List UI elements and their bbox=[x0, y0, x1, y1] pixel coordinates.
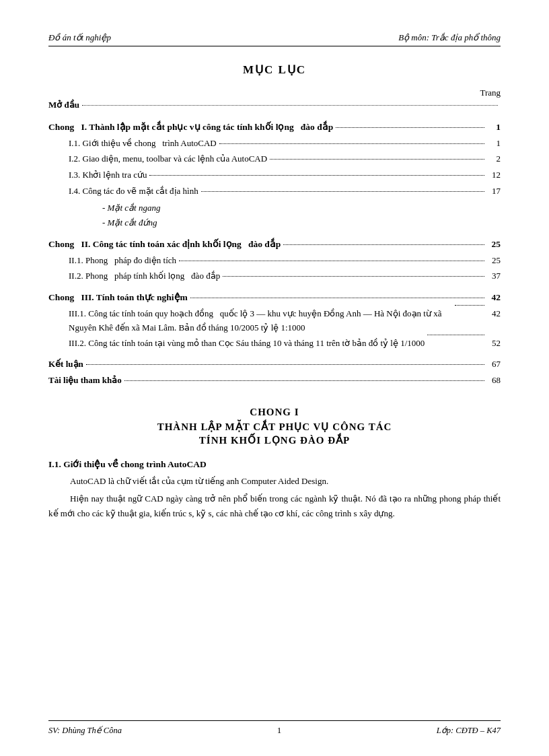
page-header: Đồ án tốt nghiệp Bộ môn: Trắc địa phổ th… bbox=[48, 32, 501, 46]
header-left: Đồ án tốt nghiệp bbox=[48, 32, 111, 43]
toc-item-i4: I.4. Công tác đo vẽ mặt cắt địa hình 17 bbox=[69, 184, 501, 199]
toc-item-iii2: III.2. Công tác tính toán tại vùng mỏ th… bbox=[69, 337, 501, 351]
page-footer: SV: Dhùng Thế Côna 1 Lớp: CĐTĐ – K47 bbox=[48, 720, 501, 736]
toc-tai-lieu: Tài liệu tham khảo 68 bbox=[48, 374, 501, 388]
chapter1-heading3: TÍNH KHỐI LỌNG ĐÀO ĐẮP bbox=[48, 434, 501, 446]
page: Đồ án tốt nghiệp Bộ môn: Trắc địa phổ th… bbox=[0, 0, 549, 756]
footer-page-number: 1 bbox=[277, 725, 282, 736]
toc-item-ii1: II.1. Phong pháp đo diện tích 25 bbox=[69, 254, 501, 268]
section1-title: I.1. Giới thiệu về chong trình AutoCAD bbox=[48, 458, 501, 470]
toc-mo-dau: Mở đầu bbox=[48, 100, 501, 110]
toc-item-i1: I.1. Giới thiệu về chong trình AutoCAD 1 bbox=[69, 137, 501, 151]
footer-right: Lớp: CĐTĐ – K47 bbox=[437, 725, 501, 736]
toc-chapter-3: Chong III. Tính toán thực nghiệm 42 bbox=[48, 290, 501, 305]
mo-dau-text: Mở đầu bbox=[48, 100, 79, 110]
header-right: Bộ môn: Trắc địa phổ thông bbox=[398, 32, 501, 43]
paragraph-1: AutoCAD là chữ viết tắt của cụm từ tiếng… bbox=[48, 474, 501, 489]
toc-chapter-2: Chong II. Công tác tính toán xác định kh… bbox=[48, 237, 501, 252]
mo-dau-dots bbox=[82, 105, 498, 106]
toc-subitem-dung: - Mặt cắt đứng bbox=[48, 215, 501, 230]
chapter1-heading2: THÀNH LẬP MẶT CẮT PHỤC VỤ CÔNG TÁC bbox=[48, 421, 501, 433]
toc-item-i2: I.2. Giao diện, menu, toolbar và các lện… bbox=[69, 152, 501, 166]
toc-chapter-1: Chong I. Thành lập mặt cắt phục vụ công … bbox=[48, 120, 501, 135]
toc-subitem-ngang: - Mặt cắt ngang bbox=[48, 201, 501, 215]
toc-item-ii2: II.2. Phong pháp tính khối lọng đào đắp … bbox=[69, 269, 501, 283]
chapter1-heading1: CHONG I bbox=[48, 407, 501, 418]
toc-ket-luan: Kết luận 67 bbox=[48, 357, 501, 372]
chapter1-page: 1 bbox=[487, 120, 501, 135]
trang-label: Trang bbox=[48, 88, 501, 98]
toc-item-i3: I.3. Khởi lệnh tra cứu 12 bbox=[69, 168, 501, 182]
chapter1-label: Chong I. Thành lập mặt cắt phục vụ công … bbox=[48, 120, 333, 135]
chapter1-dots bbox=[336, 127, 484, 128]
footer-left: SV: Dhùng Thế Côna bbox=[48, 725, 122, 736]
paragraph-2: Hiện nay thuật ngữ CAD ngày càng trở nên… bbox=[48, 491, 501, 521]
page-title: MỤC LỤC bbox=[48, 63, 501, 77]
toc-item-iii1: III.1. Công tác tính toán quy hoạch đồng… bbox=[69, 307, 501, 335]
